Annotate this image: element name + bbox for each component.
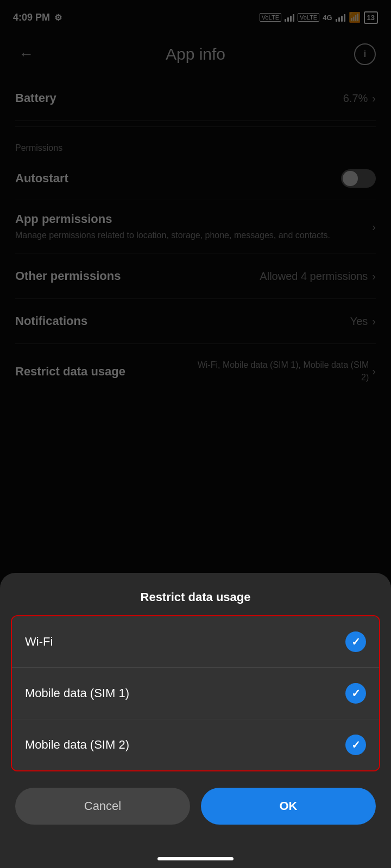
ok-button[interactable]: OK [201,788,376,825]
mobile-sim1-checkbox[interactable]: ✓ [345,683,366,704]
mobile-sim2-checkbox[interactable]: ✓ [345,735,366,755]
wifi-checkmark-icon: ✓ [351,635,361,648]
wifi-checkbox[interactable]: ✓ [345,631,366,652]
dialog-title: Restrict data usage [0,573,391,615]
wifi-option-item[interactable]: Wi-Fi ✓ [12,616,379,668]
mobile-sim1-option-label: Mobile data (SIM 1) [25,686,129,700]
data-options-list: Wi-Fi ✓ Mobile data (SIM 1) ✓ Mobile dat… [11,615,380,771]
mobile-sim2-checkmark-icon: ✓ [351,738,361,751]
dialog-buttons: Cancel OK [0,782,391,835]
mobile-sim2-option-item[interactable]: Mobile data (SIM 2) ✓ [12,719,379,770]
mobile-sim2-option-label: Mobile data (SIM 2) [25,738,129,752]
wifi-option-label: Wi-Fi [25,635,53,649]
restrict-data-dialog: Restrict data usage Wi-Fi ✓ Mobile data … [0,573,391,868]
mobile-sim1-option-item[interactable]: Mobile data (SIM 1) ✓ [12,668,379,719]
home-indicator [157,857,234,860]
cancel-button[interactable]: Cancel [15,788,190,825]
mobile-sim1-checkmark-icon: ✓ [351,687,361,700]
